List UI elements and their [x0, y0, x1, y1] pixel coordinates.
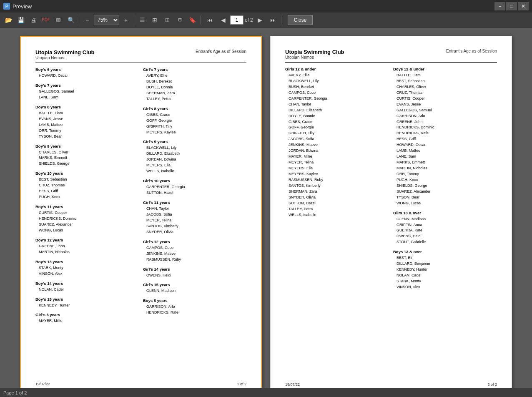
age-group-title: Girl's 6 years [35, 312, 139, 317]
page-total: 2 [250, 17, 253, 23]
page-input[interactable] [230, 15, 243, 25]
entry-name: STARK, Monty [393, 279, 497, 284]
main-area: Utopia Swimming Club Utopian Nemos Entra… [0, 28, 532, 388]
entry-name: MEYERS, Ella [143, 163, 246, 168]
entry-name: SNYDER, Olivia [285, 195, 389, 201]
entry-name: SUTTON, Hazel [143, 190, 246, 196]
zoom-out-button[interactable]: − [81, 15, 93, 25]
toolbar-separator-4 [281, 15, 281, 25]
entry-name: GALLEGOS, Samuel [393, 108, 497, 113]
entry-name: SNYDER, Olivia [143, 229, 246, 235]
entry-name: SHERMAN, Zara [143, 90, 246, 96]
page2-footer-date: 19/07/22 [285, 382, 300, 387]
page1-header: Utopia Swimming Club Utopian Nemos Entra… [35, 49, 246, 60]
entry-name: OWENS, Heidi [393, 234, 497, 239]
entry-name: SHERMAN, Zara [285, 189, 389, 195]
entry-name: GRIFFIN, Anna [393, 222, 497, 228]
page2-body: Girls 12 & underAVERY, EllieBLACKWELL, L… [285, 67, 497, 290]
next-page-button[interactable]: ▶ [254, 15, 266, 25]
entry-name: BLACKWELL, Lily [285, 78, 389, 84]
list-view-button[interactable]: ☰ [136, 15, 148, 25]
entry-name: CRUZ, Thomas [393, 90, 497, 96]
age-group-title: Boys 5 years [143, 298, 246, 303]
entry-name: PUGH, Knox [35, 194, 139, 200]
age-group-title: Boy's 12 years [35, 238, 139, 242]
entry-name: MEYER, Telina [285, 160, 389, 166]
page1-col1: Boy's 6 yearsHOWARD, OscarBoy's 7 yearsG… [35, 67, 143, 324]
entry-name: GIBBS, Grace [143, 112, 246, 118]
pdf-button[interactable]: PDF [40, 15, 52, 25]
open-button[interactable]: 📂 [3, 15, 14, 25]
entry-name: BEST, Sebastian [393, 78, 497, 84]
maximize-button[interactable]: □ [506, 2, 517, 10]
window-close-button[interactable]: ✕ [518, 2, 529, 10]
entry-name: STARK, Monty [35, 265, 139, 271]
minimize-button[interactable]: − [494, 2, 505, 10]
entry-name: HESS, Griff [393, 136, 497, 142]
entry-name: SUAREZ, Alexander [393, 189, 497, 195]
entry-name: HENDRICKS, Rafe [393, 131, 497, 136]
entry-name: SANTOS, Kimberly [143, 224, 246, 229]
entry-name: TYSON, Bear [393, 195, 497, 201]
zoom-control[interactable]: − 75% 50% 100% 125% + [81, 15, 132, 25]
entry-name: CARPENTER, Georgia [285, 96, 389, 102]
email-button[interactable]: ✉ [53, 15, 64, 25]
entry-name: MEYERS, Kaylee [285, 171, 389, 177]
prev-page-button[interactable]: ◀ [217, 15, 229, 25]
entry-name: WONG, Lucas [393, 201, 497, 206]
close-preview-button[interactable]: Close [288, 15, 313, 25]
entry-name: NOLAN, Cadel [393, 273, 497, 279]
print-button[interactable]: 🖨 [28, 15, 39, 25]
first-page-button[interactable]: ⏮ [204, 15, 216, 25]
page1-footer-page: 1 of 2 [237, 382, 246, 386]
age-group-title: Girl's 9 years [143, 139, 246, 144]
page2-footer-page: 2 of 2 [487, 382, 497, 387]
entry-name: GOFF, Georgie [285, 125, 389, 131]
toolbar-separator-3 [200, 15, 201, 25]
age-group-title: Boy's 7 years [35, 83, 139, 88]
zoom-select[interactable]: 75% 50% 100% 125% [94, 15, 119, 25]
page2-footer: 19/07/22 2 of 2 [285, 382, 497, 387]
entry-name: BLACKWELL, Lily [143, 145, 246, 151]
entry-name: SANTOS, Kimberly [285, 183, 389, 189]
age-group-title: Girl's 10 years [143, 178, 246, 183]
page2-age-label: Entrant's Age as of Session [446, 49, 497, 53]
age-group-title: Girl's 11 years [143, 200, 246, 205]
age-group-title: Girl's 15 years [143, 282, 246, 287]
age-group-title: Boy's 9 years [35, 144, 139, 148]
entry-name: MEYERS, Ella [285, 166, 389, 171]
entry-name: GREENE, John [393, 119, 497, 125]
entry-name: NOLAN, Cadel [35, 287, 139, 293]
grid-view-button[interactable]: ⊞ [149, 15, 161, 25]
age-group-title: Boy's 11 years [35, 204, 139, 209]
entry-name: DILLARD, Elizabeth [143, 151, 246, 157]
bookmark-button[interactable]: 🔖 [186, 15, 198, 25]
window-controls: − □ ✕ [494, 2, 529, 10]
entry-name: STOUT, Gabrielle [393, 239, 497, 245]
entry-name: JORDAN, Edwina [143, 157, 246, 163]
page1-footer: 19/07/22 1 of 2 [35, 382, 246, 386]
find-button[interactable]: 🔍 [65, 15, 77, 25]
entry-name: MAYER, Millie [285, 154, 389, 160]
entry-name: BUSH, Bereket [143, 79, 246, 85]
status-text: Page 1 of 2 [3, 390, 27, 395]
entry-name: CRUZ, Thomas [35, 183, 139, 188]
age-group-title: Boy's 8 years [35, 105, 139, 109]
view-btn-4[interactable]: ⊟ [174, 15, 186, 25]
view-btn-3[interactable]: ◫ [161, 15, 173, 25]
entry-name: JENKINS, Maeve [143, 251, 246, 257]
entry-name: OWENS, Heidi [143, 273, 246, 279]
age-group-title: Girl's 7 years [143, 67, 246, 72]
entry-name: WELLS, Isabelle [285, 212, 389, 218]
window-title: Preview [13, 3, 494, 10]
zoom-in-button[interactable]: + [120, 15, 132, 25]
age-group-title: Girl's 8 years [143, 106, 246, 111]
entry-name: GLENN, Madison [393, 216, 497, 222]
save-button[interactable]: 💾 [15, 15, 27, 25]
entry-name: GARRISON, Arlo [393, 113, 497, 119]
entry-name: CARPENTER, Georgia [143, 184, 246, 190]
entry-name: DILLARD, Elizabeth [285, 108, 389, 113]
last-page-button[interactable]: ⏭ [267, 15, 279, 25]
page1-body: Boy's 6 yearsHOWARD, OscarBoy's 7 yearsG… [35, 67, 246, 324]
entry-name: CHARLES, Oliver [35, 150, 139, 156]
